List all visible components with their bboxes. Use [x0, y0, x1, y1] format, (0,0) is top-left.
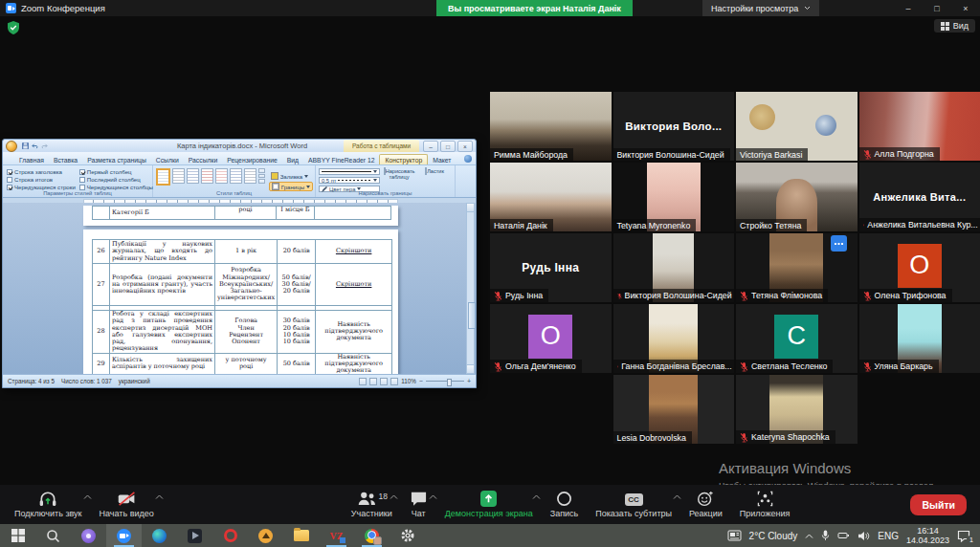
reactions-button[interactable]: Реакции [680, 485, 731, 524]
view-mode-icon[interactable] [390, 378, 398, 385]
scroll-down-arrow[interactable] [467, 364, 474, 373]
participant-tile[interactable]: C Светлана Тесленко [736, 304, 858, 373]
chat-button[interactable]: Чат [401, 485, 436, 524]
participant-tile[interactable]: Алла Подгорна [859, 92, 980, 161]
tab-home[interactable]: Главная [14, 155, 49, 164]
checkbox-banded-rows[interactable]: Чередующиеся строки [7, 184, 76, 190]
view-mode-icon[interactable] [380, 378, 388, 385]
security-shield-icon[interactable] [8, 21, 19, 34]
participant-tile[interactable]: Уляна Баркарь [859, 304, 980, 373]
chevron-up-icon[interactable] [155, 494, 164, 499]
redo-icon[interactable] [41, 142, 48, 149]
participant-tile[interactable]: Наталія Данік [490, 163, 612, 231]
participant-tile[interactable]: Римма Майборода [490, 92, 612, 161]
taskbar-chrome-icon[interactable] [354, 524, 390, 547]
word-maximize-button[interactable]: □ [440, 141, 456, 152]
help-icon[interactable] [464, 155, 472, 163]
gallery-more[interactable] [258, 179, 265, 184]
tab-mailings[interactable]: Рассылки [184, 155, 223, 164]
start-button[interactable] [0, 524, 35, 547]
table-style-thumbnail[interactable] [215, 168, 228, 184]
draw-table-button[interactable]: Нарисовать таблицу [383, 168, 415, 192]
participant-tile[interactable]: O Олена Трифонова [859, 233, 980, 302]
tab-layout[interactable]: Макет [428, 155, 456, 164]
language-indicator[interactable]: ENG [878, 531, 899, 541]
tab-abbyy[interactable]: ABBYY FineReader 12 [303, 155, 379, 164]
table-style-thumbnail[interactable] [201, 168, 213, 184]
checkbox-banded-columns[interactable]: Чередующиеся столбцы [79, 184, 153, 190]
record-button[interactable]: Запись [542, 485, 588, 524]
tab-insert[interactable]: Вставка [49, 155, 82, 164]
news-weather-icon[interactable] [727, 530, 742, 541]
taskbar-vz-app-icon[interactable]: VZ [319, 524, 354, 547]
join-audio-button[interactable]: Подключить звук [6, 485, 91, 524]
participant-tile[interactable]: Lesia Dobrovolska [613, 375, 735, 444]
taskbar-opera-icon[interactable] [212, 524, 248, 547]
more-options-button[interactable] [831, 235, 847, 252]
zoom-slider[interactable] [426, 381, 464, 382]
taskbar-settings-icon[interactable] [390, 524, 425, 547]
line-weight-dropdown[interactable]: 0,5 пт [319, 177, 380, 184]
zoom-level[interactable]: 110% [401, 378, 416, 384]
participant-tile[interactable]: Ганна Богданівна Бреслав... [613, 304, 735, 373]
language-indicator[interactable]: украинский [119, 378, 150, 384]
chevron-up-icon[interactable] [390, 494, 398, 499]
minimize-button[interactable]: – [894, 0, 923, 16]
taskbar-cortana-icon[interactable] [71, 524, 106, 547]
participant-tile[interactable]: Виктория Воло... Виктория Волошина-Сидей [613, 92, 735, 161]
taskbar-aimp-icon[interactable] [248, 524, 283, 547]
vertical-scrollbar[interactable] [466, 203, 475, 374]
tray-pen-icon[interactable] [837, 531, 850, 540]
captions-button[interactable]: CC Показать субтитры [587, 485, 680, 524]
checkbox-first-column[interactable]: Первый столбец [79, 168, 153, 175]
action-center-icon[interactable]: 1 [957, 530, 974, 542]
close-button[interactable]: × [951, 0, 980, 16]
scrollbar-thumb[interactable] [468, 302, 477, 329]
taskbar-media-player-icon[interactable] [177, 524, 212, 547]
table-style-thumbnail[interactable] [244, 168, 256, 184]
taskbar-edge-icon[interactable] [142, 524, 177, 547]
table-style-thumbnail[interactable] [172, 168, 185, 184]
checkbox-last-column[interactable]: Последний столбец [79, 176, 153, 183]
office-button[interactable] [6, 141, 17, 152]
start-video-button[interactable]: Начать видео [91, 485, 163, 524]
view-mode-icon[interactable] [359, 378, 367, 385]
participant-tile[interactable]: O Ольга Дем'яненко [490, 304, 612, 373]
shading-button[interactable]: Заливка [269, 172, 313, 180]
gallery-scroll-down[interactable] [258, 174, 265, 179]
clock-widget[interactable]: 16:14 14.04.2023 [906, 526, 949, 546]
save-icon[interactable] [22, 142, 29, 149]
scroll-up-arrow[interactable] [467, 204, 474, 212]
table-style-thumbnail-selected[interactable] [156, 168, 170, 186]
taskbar-zoom-icon[interactable] [106, 524, 142, 547]
participant-tile[interactable]: Виктория Волошина-Сидей [613, 233, 735, 302]
tab-references[interactable]: Ссылки [151, 155, 184, 164]
view-mode-icon[interactable] [369, 378, 377, 385]
tab-design-active[interactable]: Конструктор [379, 154, 428, 164]
participant-tile[interactable]: Victoriya Barkasi [736, 92, 858, 161]
word-close-button[interactable]: × [457, 141, 473, 152]
participant-tile[interactable]: Анжелика Вита... Анжелика Витальевна Кур… [859, 163, 980, 231]
tab-page-layout[interactable]: Разметка страницы [82, 155, 151, 164]
tab-view[interactable]: Вид [282, 155, 303, 164]
participants-button[interactable]: 18 Участники [343, 485, 401, 524]
tray-mic-icon[interactable] [821, 530, 830, 541]
participant-tile[interactable]: Kateryna Shapochka [736, 375, 858, 444]
tray-volume-icon[interactable] [858, 531, 870, 541]
zoom-in-icon[interactable]: + [467, 378, 471, 384]
taskbar-file-explorer-icon[interactable] [283, 524, 319, 547]
participant-tile[interactable]: Рудь Інна Рудь Інна [490, 233, 612, 302]
eraser-button[interactable]: Ластик [418, 168, 451, 192]
table-style-thumbnail[interactable] [187, 168, 199, 184]
participant-tile[interactable]: Стройко Тетяна [736, 163, 858, 231]
view-button[interactable]: Вид [934, 19, 975, 33]
gallery-scroll-up[interactable] [258, 168, 265, 173]
table-style-thumbnail[interactable] [230, 168, 242, 184]
tab-review[interactable]: Рецензирование [222, 155, 281, 164]
weather-widget[interactable]: 2°C Cloudy [749, 531, 798, 541]
tray-expand-icon[interactable] [805, 534, 813, 538]
participant-tile[interactable]: Тетяна Флімонова [736, 233, 858, 302]
line-style-dropdown[interactable] [319, 168, 380, 175]
share-screen-button[interactable]: Демонстрация экрана [436, 485, 542, 524]
view-options-dropdown[interactable]: Настройки просмотра [702, 0, 819, 16]
